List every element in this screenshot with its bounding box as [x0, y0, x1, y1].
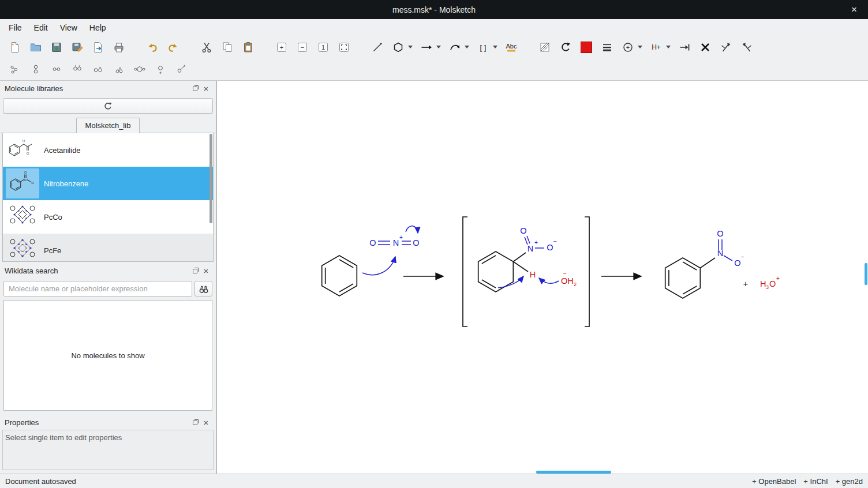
zoom-in-button[interactable]: +	[275, 40, 289, 54]
search-input[interactable]	[3, 281, 192, 296]
svg-text:H+: H+	[652, 43, 661, 51]
svg-text:1: 1	[321, 44, 325, 51]
charge-tool[interactable]: +	[621, 40, 635, 54]
mechanism-arrow-n-to-o[interactable]	[406, 226, 418, 233]
bracket-tool[interactable]: [ ]	[476, 40, 490, 54]
canvas-vertical-scrollbar[interactable]	[865, 263, 867, 285]
molecule-template-2[interactable]	[29, 62, 43, 76]
plugin-openbabel: + OpenBabel	[752, 477, 796, 486]
reactant-benzene[interactable]	[322, 256, 357, 296]
print-button[interactable]	[112, 40, 126, 54]
bracket-tool-dropdown[interactable]	[493, 46, 497, 48]
zoom-fit-button[interactable]	[337, 40, 351, 54]
close-dock-icon[interactable]: ×	[201, 265, 211, 276]
atom-h: H	[760, 279, 766, 288]
svg-text:−: −	[301, 44, 304, 51]
current-color-red	[581, 42, 592, 53]
flip-horizontal-tool[interactable]	[719, 40, 733, 54]
molecule-template-7[interactable]	[133, 62, 147, 76]
hydronium-ion[interactable]: H 3 O +	[760, 275, 780, 290]
save-as-button[interactable]	[70, 40, 84, 54]
flip-vertical-tool[interactable]	[740, 40, 754, 54]
cut-button[interactable]	[200, 40, 214, 54]
mechanism-arrow-dropdown[interactable]	[465, 46, 469, 48]
water-nucleophile[interactable]: OH 2 −	[561, 271, 577, 287]
refresh-library-button[interactable]	[3, 98, 213, 114]
atom-o: O	[413, 238, 419, 247]
text-tool[interactable]: Abc	[504, 40, 518, 54]
hatch-fill-tool[interactable]	[538, 40, 552, 54]
color-swatch-button[interactable]	[579, 40, 593, 54]
product-nitrobenzene[interactable]: O N O −	[665, 229, 744, 298]
subscript-3: 3	[766, 284, 769, 290]
plugin-inchi: + InChI	[803, 477, 828, 486]
nitronium-ion[interactable]: O N + O	[369, 234, 419, 247]
atom-o: O	[369, 238, 376, 247]
line-width-button[interactable]	[600, 40, 614, 54]
zoom-original-button[interactable]: 1	[316, 40, 330, 54]
molecule-template-3[interactable]	[50, 62, 63, 76]
export-document-button[interactable]	[91, 40, 105, 54]
molecule-template-4[interactable]	[70, 62, 84, 76]
open-document-button[interactable]	[29, 40, 43, 54]
menu-help[interactable]: Help	[84, 21, 111, 35]
search-button[interactable]	[194, 281, 212, 296]
rotate-tool[interactable]	[559, 40, 573, 54]
library-item-pcfe[interactable]: PcFe	[3, 234, 213, 262]
float-dock-icon[interactable]	[190, 265, 201, 276]
paste-button[interactable]	[241, 40, 255, 54]
draw-bond-tool[interactable]	[371, 40, 384, 54]
library-item-pcco[interactable]: PcCo	[3, 200, 213, 234]
charge-tool-dropdown[interactable]	[638, 46, 642, 48]
close-dock-icon[interactable]: ×	[201, 83, 211, 93]
reaction-arrow-dropdown[interactable]	[436, 46, 441, 48]
wikidata-search-title: Wikidata search	[5, 266, 190, 275]
mechanism-arrow-ring-to-h[interactable]	[498, 276, 523, 288]
ring-tool[interactable]	[391, 40, 405, 54]
save-document-button[interactable]	[50, 40, 63, 54]
refresh-icon	[103, 102, 113, 111]
mechanism-arrow-tool[interactable]	[448, 40, 462, 54]
copy-button[interactable]	[220, 40, 234, 54]
mechanism-arrow-benzene-to-nitronium[interactable]	[362, 257, 395, 275]
pcco-thumbnail	[6, 202, 39, 232]
molecule-template-1[interactable]	[8, 62, 22, 76]
window-title: mess.msk* - Molsketch	[392, 5, 476, 14]
library-list-scrollbar[interactable]	[209, 134, 212, 223]
molecule-template-6[interactable]	[112, 62, 126, 76]
tab-molsketch-lib[interactable]: Molsketch_lib	[76, 118, 140, 133]
menu-edit[interactable]: Edit	[29, 21, 53, 35]
molecule-template-5[interactable]	[91, 62, 105, 76]
close-dock-icon[interactable]: ×	[201, 417, 211, 427]
wikidata-results-area: No molecules to show	[3, 300, 212, 411]
library-item-acetanilide[interactable]: H O Acetanilide	[3, 133, 213, 167]
molecule-template-8[interactable]	[154, 62, 167, 76]
molecule-template-9[interactable]	[174, 62, 188, 76]
zoom-out-button[interactable]: −	[295, 40, 309, 54]
undo-button[interactable]	[145, 40, 159, 54]
menu-file[interactable]: File	[3, 21, 27, 35]
library-item-nitrobenzene[interactable]: N O O Nitrobenzene	[3, 167, 213, 200]
float-dock-icon[interactable]	[190, 417, 201, 427]
status-plugins: + OpenBabel + InChI + gen2d	[752, 477, 863, 486]
svg-text:O: O	[27, 152, 29, 155]
hydrogen-tool-dropdown[interactable]	[666, 46, 671, 48]
float-dock-icon[interactable]	[190, 83, 201, 93]
svg-text:+: +	[280, 44, 283, 51]
redo-button[interactable]	[166, 40, 180, 54]
mechanism-arrow-water-to-h[interactable]	[539, 278, 559, 283]
ring-tool-dropdown[interactable]	[408, 46, 413, 48]
reaction-arrow-tool[interactable]	[420, 40, 433, 54]
remove-hydrogen-tool[interactable]	[678, 40, 691, 54]
new-document-button[interactable]	[8, 40, 22, 54]
delete-tool[interactable]	[698, 40, 712, 54]
window-close-button[interactable]: ×	[845, 0, 863, 19]
drawing-canvas[interactable]: O N + O	[216, 81, 868, 474]
hydrogen-tool[interactable]: H+	[649, 40, 663, 54]
molecule-library-list: H O Acetanilide	[2, 133, 214, 262]
properties-body: Select single item to edit properties	[2, 430, 214, 470]
reaction-scheme[interactable]: O N + O	[217, 81, 868, 474]
template-toolbar	[0, 58, 868, 80]
atom-n: N	[527, 244, 533, 253]
menu-view[interactable]: View	[55, 21, 83, 35]
